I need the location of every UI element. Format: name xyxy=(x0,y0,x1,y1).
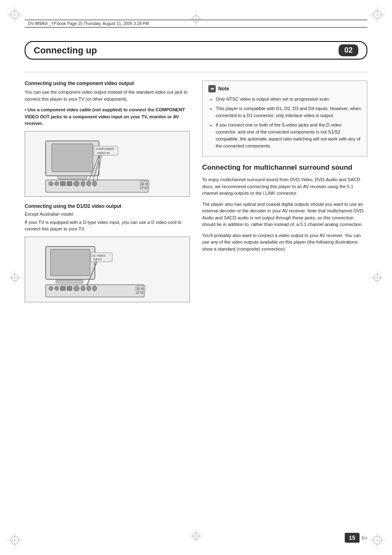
multichannel-body2: The player also has optical and coaxial … xyxy=(202,201,367,228)
two-column-layout: Connecting using the component video out… xyxy=(25,81,367,309)
svg-rect-29 xyxy=(67,182,72,186)
section1-bullet: • Use a component video cable (not suppl… xyxy=(25,106,190,127)
corner-reg-top-left xyxy=(7,7,22,22)
corner-reg-bottom-right xyxy=(370,533,385,548)
multichannel-heading: Connecting for multichannel surround sou… xyxy=(202,163,367,172)
svg-rect-52 xyxy=(67,286,72,290)
page-lang: En xyxy=(362,535,367,540)
svg-point-36 xyxy=(145,183,148,185)
svg-rect-43 xyxy=(56,280,83,283)
svg-rect-53 xyxy=(74,286,79,291)
section2-body: If your TV is equipped with a D-type vid… xyxy=(25,219,190,233)
header-divider xyxy=(25,72,367,72)
component-video-svg: TV COMPONENT VIDEO IN xyxy=(28,135,186,196)
page-footer: 15 En xyxy=(345,533,367,543)
section1-body: You can use the component video output i… xyxy=(25,89,190,102)
d1d2-video-svg: TV D1 VIDEO INPUT xyxy=(28,240,186,302)
top-center-reg xyxy=(189,12,203,26)
svg-point-59 xyxy=(141,288,144,290)
svg-text:AC IN: AC IN xyxy=(136,292,143,295)
note-icon: ✏ xyxy=(208,85,216,92)
corner-reg-top-right xyxy=(370,7,385,22)
right-column: ✏ Note Only NTSC video is output when se… xyxy=(202,81,367,309)
svg-rect-30 xyxy=(74,181,79,186)
svg-rect-56 xyxy=(92,286,97,291)
note-item-1: Only NTSC video is output when set to pr… xyxy=(216,96,361,103)
svg-rect-19 xyxy=(52,144,93,172)
note-box: ✏ Note Only NTSC video is output when se… xyxy=(202,81,367,157)
left-column: Connecting using the component video out… xyxy=(25,81,190,309)
section2-italic: Except Australian model xyxy=(25,212,190,216)
svg-text:COMPONENT: COMPONENT xyxy=(96,147,115,150)
svg-rect-42 xyxy=(51,249,90,276)
svg-point-35 xyxy=(141,183,144,185)
svg-rect-49 xyxy=(49,286,53,290)
chapter-header: Connecting up 02 xyxy=(25,41,367,60)
chapter-number: 02 xyxy=(339,44,358,56)
page-number: 15 xyxy=(345,533,360,543)
svg-rect-50 xyxy=(55,286,59,290)
note-item-2: This player is compatible with D1, D2, D… xyxy=(216,105,361,119)
multichannel-body3: You'll probably also want to connect a v… xyxy=(202,232,367,253)
svg-rect-26 xyxy=(49,182,53,186)
svg-rect-32 xyxy=(87,181,91,186)
section2-heading: Connecting using the D1/D2 video output xyxy=(25,203,190,209)
svg-text:VIDEO IN: VIDEO IN xyxy=(97,152,110,154)
bottom-center-reg xyxy=(189,529,203,543)
chapter-title: Connecting up xyxy=(34,45,334,56)
diagram-d1d2-video: TV D1 VIDEO INPUT xyxy=(25,237,190,302)
svg-text:INPUT: INPUT xyxy=(93,258,102,261)
svg-rect-51 xyxy=(60,286,65,290)
corner-reg-bottom-left xyxy=(7,533,22,548)
svg-text:AC IN: AC IN xyxy=(140,187,148,190)
file-info-text: DV-989AVi _YP.book Page 15 Thursday, Aug… xyxy=(28,21,149,26)
side-reg-right xyxy=(370,270,385,285)
note-title: Note xyxy=(218,86,229,92)
svg-rect-33 xyxy=(92,181,97,186)
svg-rect-54 xyxy=(81,286,85,291)
svg-rect-20 xyxy=(58,176,87,179)
diagram-component-video: TV COMPONENT VIDEO IN xyxy=(25,131,190,197)
svg-rect-55 xyxy=(87,286,91,291)
note-header: ✏ Note xyxy=(208,85,361,92)
section1-heading: Connecting using the component video out… xyxy=(25,81,190,86)
svg-rect-28 xyxy=(60,182,65,186)
note-item-3: If you connect one or both of the S-vide… xyxy=(216,122,361,150)
side-reg-left xyxy=(7,270,22,285)
multichannel-body1: To enjoy multichannel surround sound fro… xyxy=(202,176,367,197)
svg-rect-27 xyxy=(55,182,59,186)
svg-rect-31 xyxy=(81,181,85,186)
svg-text:D1 VIDEO: D1 VIDEO xyxy=(92,254,106,257)
note-list: Only NTSC video is output when set to pr… xyxy=(208,96,361,150)
svg-point-58 xyxy=(137,288,140,290)
